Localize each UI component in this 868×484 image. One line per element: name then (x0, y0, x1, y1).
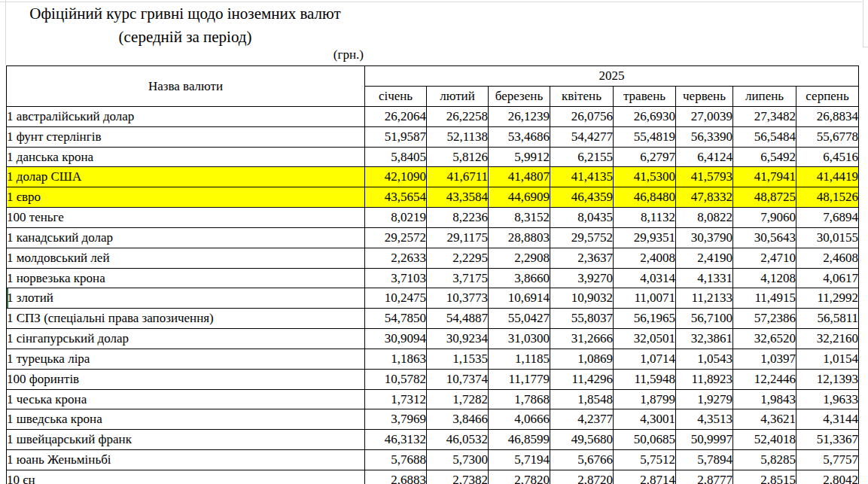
rate-cell[interactable]: 29,9351 (614, 227, 676, 248)
rate-cell[interactable]: 10,9032 (550, 288, 614, 309)
rate-cell[interactable]: 2,6883 (365, 470, 427, 484)
rate-cell[interactable]: 26,1239 (489, 107, 550, 127)
rate-cell[interactable]: 2,8720 (550, 470, 614, 484)
rate-cell[interactable]: 56,5811 (796, 309, 859, 329)
rate-cell[interactable]: 5,7894 (676, 450, 733, 470)
rate-cell[interactable]: 48,1526 (796, 187, 859, 208)
rate-cell[interactable]: 46,4359 (550, 187, 614, 208)
rate-cell[interactable]: 2,4710 (733, 248, 796, 268)
rate-cell[interactable]: 4,3144 (796, 409, 859, 430)
rate-cell[interactable]: 5,7512 (614, 450, 676, 470)
currency-name-cell[interactable]: 1 шведська крона (7, 409, 365, 430)
rate-cell[interactable]: 26,8834 (796, 107, 859, 127)
rate-cell[interactable]: 10,5782 (365, 369, 427, 389)
rate-cell[interactable]: 44,6909 (489, 187, 550, 208)
rate-cell[interactable]: 46,8599 (489, 430, 550, 450)
rate-cell[interactable]: 6,2155 (550, 147, 614, 167)
rate-cell[interactable]: 30,5643 (733, 227, 796, 248)
currency-name-cell[interactable]: 100 форинтів (7, 369, 365, 389)
rate-cell[interactable]: 42,1090 (365, 167, 427, 187)
rate-cell[interactable]: 4,3001 (614, 409, 676, 430)
rate-cell[interactable]: 30,9094 (365, 329, 427, 349)
rate-cell[interactable]: 55,6778 (796, 126, 859, 147)
rate-cell[interactable]: 5,7194 (489, 450, 550, 470)
rate-cell[interactable]: 4,3513 (676, 409, 733, 430)
currency-name-cell[interactable]: 1 турецька ліра (7, 349, 365, 369)
rate-cell[interactable]: 26,2258 (427, 107, 489, 127)
rate-cell[interactable]: 2,2908 (489, 248, 550, 268)
rate-cell[interactable]: 4,3621 (733, 409, 796, 430)
rate-cell[interactable]: 56,5484 (733, 126, 796, 147)
rate-cell[interactable]: 10,6914 (489, 288, 550, 309)
rate-cell[interactable]: 1,1535 (427, 349, 489, 369)
month-header[interactable]: серпень (796, 87, 859, 107)
rate-cell[interactable]: 11,1779 (489, 369, 550, 389)
rate-cell[interactable]: 1,9843 (733, 389, 796, 409)
rate-cell[interactable]: 47,8332 (676, 187, 733, 208)
month-header[interactable]: квітень (550, 87, 614, 107)
rate-cell[interactable]: 5,7300 (427, 450, 489, 470)
rate-cell[interactable]: 2,4608 (796, 248, 859, 268)
rate-cell[interactable]: 31,0300 (489, 329, 550, 349)
currency-name-cell[interactable]: 10 єн (7, 470, 365, 484)
rate-cell[interactable]: 57,2386 (733, 309, 796, 329)
rate-cell[interactable]: 53,4686 (489, 126, 550, 147)
currency-name-cell[interactable]: 1 швейцарський франк (7, 430, 365, 450)
rate-cell[interactable]: 5,7757 (796, 450, 859, 470)
rate-cell[interactable]: 3,7103 (365, 268, 427, 288)
rate-cell[interactable]: 6,4516 (796, 147, 859, 167)
rate-cell[interactable]: 10,2475 (365, 288, 427, 309)
rate-cell[interactable]: 41,7941 (733, 167, 796, 187)
rate-cell[interactable]: 1,9633 (796, 389, 859, 409)
rate-cell[interactable]: 8,0822 (676, 208, 733, 228)
currency-name-cell[interactable]: 1 СПЗ (спеціальні права запозичення) (7, 309, 365, 329)
rate-cell[interactable]: 11,0071 (614, 288, 676, 309)
rate-cell[interactable]: 4,1331 (676, 268, 733, 288)
rate-cell[interactable]: 52,4018 (733, 430, 796, 450)
currency-name-cell[interactable]: 1 канадський долар (7, 227, 365, 248)
rate-cell[interactable]: 2,8515 (733, 470, 796, 484)
rate-cell[interactable]: 1,0714 (614, 349, 676, 369)
rate-cell[interactable]: 4,0617 (796, 268, 859, 288)
month-header[interactable]: липень (733, 87, 796, 107)
rate-cell[interactable]: 1,7312 (365, 389, 427, 409)
currency-name-cell[interactable]: 1 данська крона (7, 147, 365, 167)
currency-name-cell[interactable]: 1 австралійський долар (7, 107, 365, 127)
column-header-currency-name[interactable]: Назва валюти (7, 66, 365, 107)
rate-cell[interactable]: 5,9912 (489, 147, 550, 167)
rate-cell[interactable]: 41,5793 (676, 167, 733, 187)
rate-cell[interactable]: 2,3637 (550, 248, 614, 268)
month-header[interactable]: січень (365, 87, 427, 107)
currency-name-cell[interactable]: 1 фунт стерлінгів (7, 126, 365, 147)
rate-cell[interactable]: 1,9279 (676, 389, 733, 409)
rate-cell[interactable]: 27,0039 (676, 107, 733, 127)
month-header[interactable]: травень (614, 87, 676, 107)
rate-cell[interactable]: 1,1185 (489, 349, 550, 369)
rate-cell[interactable]: 8,1132 (614, 208, 676, 228)
rate-cell[interactable]: 26,2064 (365, 107, 427, 127)
month-header[interactable]: березень (489, 87, 550, 107)
rate-cell[interactable]: 46,3132 (365, 430, 427, 450)
year-header[interactable]: 2025 (365, 66, 859, 87)
rate-cell[interactable]: 3,8660 (489, 268, 550, 288)
rate-cell[interactable]: 55,4819 (614, 126, 676, 147)
rate-cell[interactable]: 30,3790 (676, 227, 733, 248)
rate-cell[interactable]: 56,3390 (676, 126, 733, 147)
rate-cell[interactable]: 32,0501 (614, 329, 676, 349)
rate-cell[interactable]: 55,0427 (489, 309, 550, 329)
rate-cell[interactable]: 2,8714 (614, 470, 676, 484)
rate-cell[interactable]: 8,0435 (550, 208, 614, 228)
rate-cell[interactable]: 1,0154 (796, 349, 859, 369)
rate-cell[interactable]: 2,2633 (365, 248, 427, 268)
rate-cell[interactable]: 1,1863 (365, 349, 427, 369)
currency-name-cell[interactable]: 1 євро (7, 187, 365, 208)
rate-cell[interactable]: 6,5492 (733, 147, 796, 167)
rate-cell[interactable]: 1,0543 (676, 349, 733, 369)
rate-cell[interactable]: 8,3152 (489, 208, 550, 228)
rate-cell[interactable]: 29,2572 (365, 227, 427, 248)
rate-cell[interactable]: 30,0155 (796, 227, 859, 248)
rate-cell[interactable]: 1,7868 (489, 389, 550, 409)
rate-cell[interactable]: 2,8777 (676, 470, 733, 484)
rate-cell[interactable]: 41,6711 (427, 167, 489, 187)
rate-cell[interactable]: 10,7374 (427, 369, 489, 389)
